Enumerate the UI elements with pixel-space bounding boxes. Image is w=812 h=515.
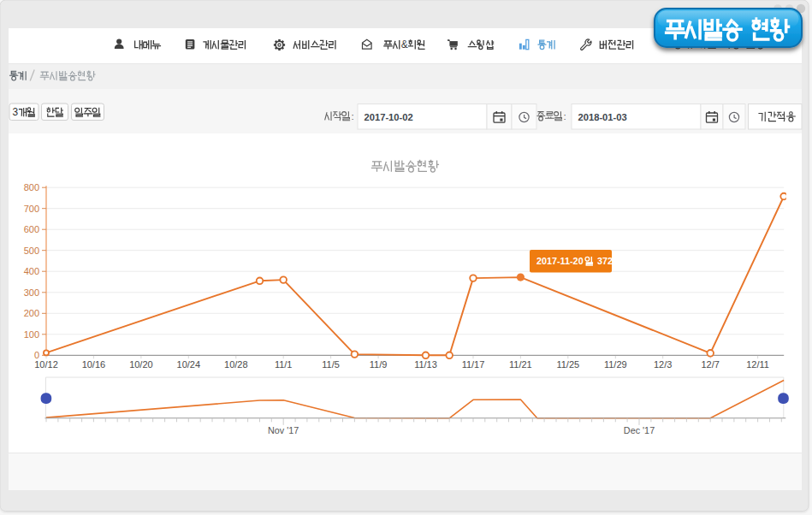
- svg-text:200: 200: [24, 308, 39, 318]
- svg-text:2018-01-03: 2018-01-03: [578, 112, 627, 122]
- svg-text:10/12: 10/12: [34, 359, 58, 370]
- svg-text:372: 372: [597, 256, 613, 266]
- svg-text:2017-10-02: 2017-10-02: [365, 112, 413, 122]
- svg-text:11/13: 11/13: [414, 359, 437, 370]
- svg-text:12/7: 12/7: [701, 359, 719, 370]
- svg-text:Nov '17: Nov '17: [268, 425, 299, 435]
- svg-text:100: 100: [24, 329, 39, 340]
- svg-text:3: 3: [13, 106, 19, 118]
- svg-text:Dec '17: Dec '17: [624, 425, 655, 435]
- svg-text:11/25: 11/25: [556, 359, 579, 370]
- svg-text::: :: [352, 111, 354, 121]
- svg-text:500: 500: [24, 246, 39, 256]
- svg-text:600: 600: [24, 224, 39, 234]
- svg-text:11/21: 11/21: [509, 359, 532, 370]
- svg-text:11/9: 11/9: [370, 359, 388, 370]
- svg-text:11/17: 11/17: [462, 359, 485, 370]
- svg-text:800: 800: [24, 182, 39, 192]
- svg-text:700: 700: [24, 204, 39, 214]
- svg-text:11/5: 11/5: [322, 359, 340, 370]
- svg-text:11/1: 11/1: [275, 359, 293, 370]
- svg-text:2017-11-20: 2017-11-20: [536, 256, 584, 266]
- svg-text:400: 400: [24, 266, 39, 276]
- svg-text:10/28: 10/28: [224, 359, 248, 370]
- svg-text:300: 300: [24, 287, 39, 298]
- svg-text:10/16: 10/16: [82, 359, 106, 370]
- svg-text:&: &: [401, 38, 408, 50]
- svg-text:10/24: 10/24: [177, 359, 201, 370]
- svg-text::: :: [564, 111, 566, 121]
- svg-text:10/20: 10/20: [129, 359, 153, 370]
- svg-text:11/29: 11/29: [604, 359, 627, 370]
- svg-text:12/11: 12/11: [746, 359, 769, 370]
- svg-text:12/3: 12/3: [654, 359, 672, 370]
